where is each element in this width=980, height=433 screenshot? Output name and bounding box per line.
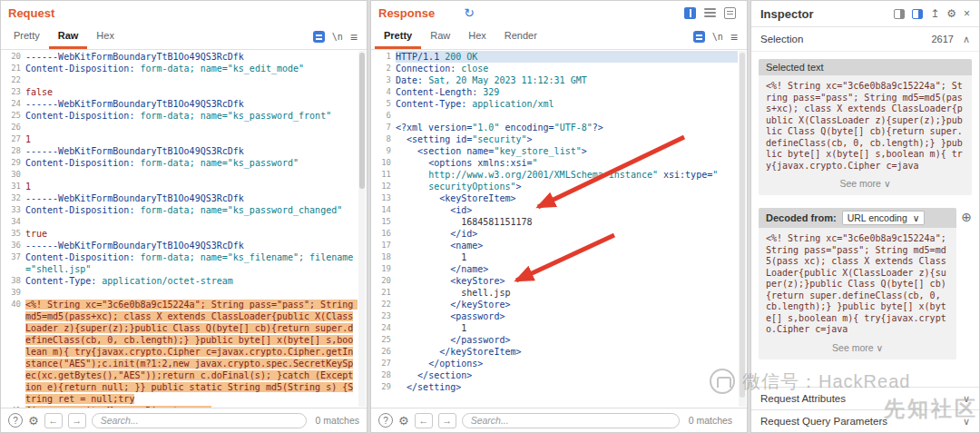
request-tabbar: Pretty Raw Hex \n ≡ [1, 25, 367, 50]
code-line: 16 </id> [373, 228, 738, 240]
newline-toggle-icon[interactable]: \n [712, 32, 723, 42]
line-number: 38 [3, 275, 25, 287]
dock-left-icon[interactable] [894, 9, 905, 19]
pretty-print-icon[interactable] [313, 31, 325, 43]
line-number: 7 [373, 122, 396, 133]
line-number: 27 [3, 133, 25, 145]
line-number: 17 [373, 240, 396, 251]
chevron-down-icon: ∨ [877, 342, 884, 353]
request-scrollbar[interactable] [358, 51, 366, 407]
response-editor-tools: \n ≡ [693, 25, 743, 49]
code-line: 12 securityOptions"> [373, 181, 738, 192]
line-number: 2 [373, 63, 396, 74]
code-line: 22 [3, 74, 358, 86]
code-line: 32------WebKitFormBoundaryTtB1Oo49QS3RcD… [3, 192, 358, 204]
request-search-input[interactable] [92, 413, 307, 428]
code-line: 271 [3, 133, 358, 145]
line-number: 27 [373, 358, 396, 369]
inspector-header: Inspector ↥ ⚙ × [751, 1, 979, 27]
search-settings-gear-icon[interactable]: ⚙ [398, 414, 409, 428]
search-next-button[interactable]: → [68, 413, 86, 428]
dock-right-icon[interactable] [912, 9, 923, 19]
tab-request-raw[interactable]: Raw [49, 25, 88, 49]
inspector-section-request-attributes[interactable]: Request Attributes ∨ [751, 387, 979, 409]
settings-gear-icon[interactable]: ⚙ [946, 8, 956, 19]
request-editor[interactable]: 20------WebKitFormBoundaryTtB1Oo49QS3RcD… [1, 50, 358, 408]
line-number: 24 [373, 322, 396, 334]
help-icon[interactable]: ? [378, 413, 393, 428]
editor-menu-icon[interactable]: ≡ [730, 30, 738, 44]
decoding-dropdown[interactable]: URL encoding ∨ [842, 211, 926, 225]
code-line: 28------WebKitFormBoundaryTtB1Oo49QS3RcD… [3, 145, 358, 157]
request-header: Request [1, 1, 367, 25]
pretty-print-icon[interactable] [693, 31, 705, 43]
tab-response-render[interactable]: Render [495, 25, 546, 49]
line-number: 3 [373, 74, 396, 86]
request-search-bar: ? ⚙ ← → 0 matches [1, 408, 367, 432]
layout-toggle-group [684, 7, 740, 19]
tab-response-raw[interactable]: Raw [421, 25, 459, 49]
section-label: Request Attributes [760, 393, 846, 404]
response-editor[interactable]: 1HTTP/1.1 200 OK2Connection: close3Date:… [371, 50, 738, 408]
response-scrollbar[interactable] [739, 51, 746, 407]
newline-toggle-icon[interactable]: \n [332, 32, 343, 42]
inspector-collapsed-sections: Request Attributes ∨ Request Query Param… [751, 387, 979, 432]
request-scrollbar-thumb[interactable] [359, 53, 365, 189]
chevron-up-icon[interactable]: ∧ [963, 34, 970, 45]
code-line: 10 <options xmlns:xsi=" [373, 157, 738, 169]
line-number: 36 [3, 240, 25, 251]
line-number: 29 [3, 157, 25, 169]
inspector-section-request-query-parameters[interactable]: Request Query Parameters ∨ [751, 409, 979, 432]
see-more-button[interactable]: See more ∨ [759, 340, 956, 359]
search-prev-button[interactable]: ← [44, 413, 63, 428]
code-line: 13 <keyStoreItem> [373, 192, 738, 204]
selection-count: 2617 [931, 34, 953, 44]
line-number: 25 [373, 334, 396, 346]
search-next-button[interactable]: → [438, 413, 456, 428]
code-line: 19 </name> [373, 263, 738, 275]
layout-combined-icon[interactable] [724, 7, 736, 19]
line-number: 20 [373, 275, 396, 287]
search-prev-button[interactable]: ← [415, 413, 433, 428]
code-line: 11 http://www.w3.org/2001/XMLSchema-inst… [373, 169, 738, 181]
code-line: 28 </section> [373, 369, 738, 381]
response-scrollbar-thumb[interactable] [740, 53, 745, 398]
line-number: 1 [373, 51, 396, 63]
selected-text-value: <%! String xc="3c6e0b8a9c15224a"; String… [759, 75, 972, 175]
code-line: 23false [3, 86, 358, 98]
line-number: 16 [373, 228, 396, 240]
line-number: 10 [373, 157, 396, 169]
response-search-input[interactable] [462, 413, 680, 428]
code-line: 6 [373, 110, 738, 122]
refresh-icon[interactable]: ↻ [464, 5, 475, 20]
collapse-all-icon[interactable]: ↥ [930, 8, 939, 19]
help-icon[interactable]: ? [8, 413, 23, 428]
code-line: 26 [3, 122, 358, 133]
code-line: 23 <password> [373, 310, 738, 322]
line-number: 31 [3, 181, 25, 192]
close-icon[interactable]: × [964, 8, 970, 19]
see-more-button[interactable]: See more ∨ [759, 175, 972, 195]
search-settings-gear-icon[interactable]: ⚙ [28, 414, 39, 428]
inspector-selection-row[interactable]: Selection 2617 ∧ [751, 27, 979, 52]
inspector-title: Inspector [760, 7, 814, 21]
tab-request-pretty[interactable]: Pretty [5, 25, 49, 49]
editor-menu-icon[interactable]: ≡ [350, 30, 358, 44]
line-number: 33 [3, 204, 25, 216]
request-panel: Request Pretty Raw Hex \n ≡ 20------WebK… [0, 0, 368, 433]
tab-response-pretty[interactable]: Pretty [375, 25, 421, 49]
tab-response-hex[interactable]: Hex [459, 25, 495, 49]
line-number: 9 [373, 145, 396, 157]
code-line: 25 </password> [373, 334, 738, 346]
add-decoding-icon[interactable]: ⊕ [961, 210, 972, 224]
section-label: Request Query Parameters [760, 416, 887, 427]
line-number: 20 [3, 51, 25, 63]
response-search-matches: 0 matches [689, 415, 732, 426]
tab-request-hex[interactable]: Hex [87, 25, 123, 49]
code-line: 26 </keyStoreItem> [373, 346, 738, 358]
layout-columns-icon[interactable] [684, 7, 696, 19]
layout-stacked-icon[interactable] [704, 8, 716, 17]
code-line: 5Content-Type: application/xml [373, 98, 738, 110]
response-search-bar: ? ⚙ ← → 0 matches [371, 408, 747, 432]
inspector-header-icons: ↥ ⚙ × [894, 8, 970, 19]
